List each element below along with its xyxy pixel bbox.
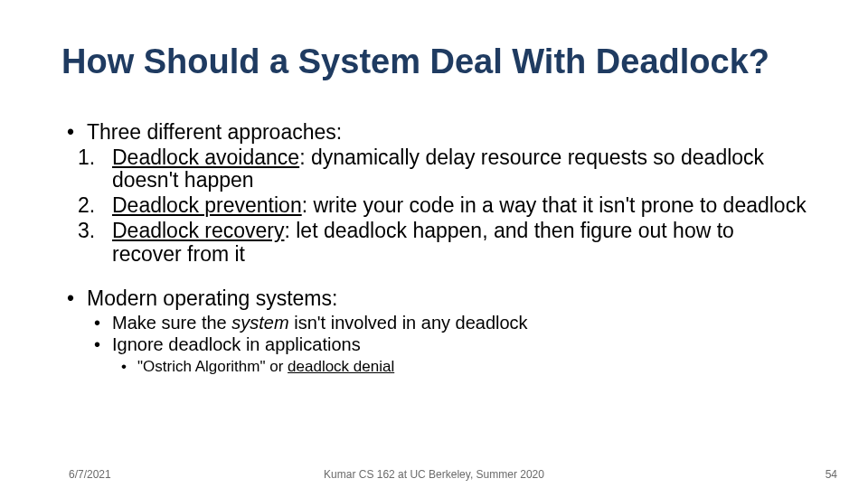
- approach-item-3: 3. Deadlock recovery: let deadlock happe…: [61, 220, 807, 267]
- text-pre: Ignore deadlock in applications: [112, 334, 361, 354]
- modern-point-2: Ignore deadlock in applications: [61, 334, 807, 356]
- text-post: isn't involved in any deadlock: [289, 313, 528, 333]
- text-pre: Make sure the: [112, 313, 231, 333]
- item-term: Deadlock recovery: [112, 219, 284, 242]
- ostrich-point: "Ostrich Algorithm" or deadlock denial: [61, 357, 807, 376]
- modern-point-1: Make sure the system isn't involved in a…: [61, 313, 807, 334]
- slide: How Should a System Deal With Deadlock? …: [0, 0, 868, 488]
- approach-item-2: 2. Deadlock prevention: write your code …: [61, 194, 807, 218]
- footer-page-number: 54: [826, 468, 837, 481]
- approach-item-1: 1. Deadlock avoidance: dynamically delay…: [61, 146, 807, 193]
- footer-center: Kumar CS 162 at UC Berkeley, Summer 2020: [0, 468, 868, 481]
- item-rest: : write your code in a way that it isn't…: [302, 193, 807, 217]
- text-underline: deadlock denial: [288, 358, 394, 375]
- modern-heading: Modern operating systems:: [61, 287, 807, 311]
- text-em: system: [231, 313, 288, 333]
- item-number: 3.: [78, 220, 95, 243]
- item-number: 2.: [78, 194, 95, 218]
- item-term: Deadlock prevention: [112, 193, 302, 217]
- text-pre: "Ostrich Algorithm" or: [137, 358, 288, 375]
- item-term: Deadlock avoidance: [112, 145, 299, 169]
- slide-title: How Should a System Deal With Deadlock?: [61, 43, 807, 81]
- slide-body: Three different approaches: 1. Deadlock …: [61, 121, 807, 377]
- intro-bullet: Three different approaches:: [61, 121, 807, 145]
- item-number: 1.: [78, 146, 95, 170]
